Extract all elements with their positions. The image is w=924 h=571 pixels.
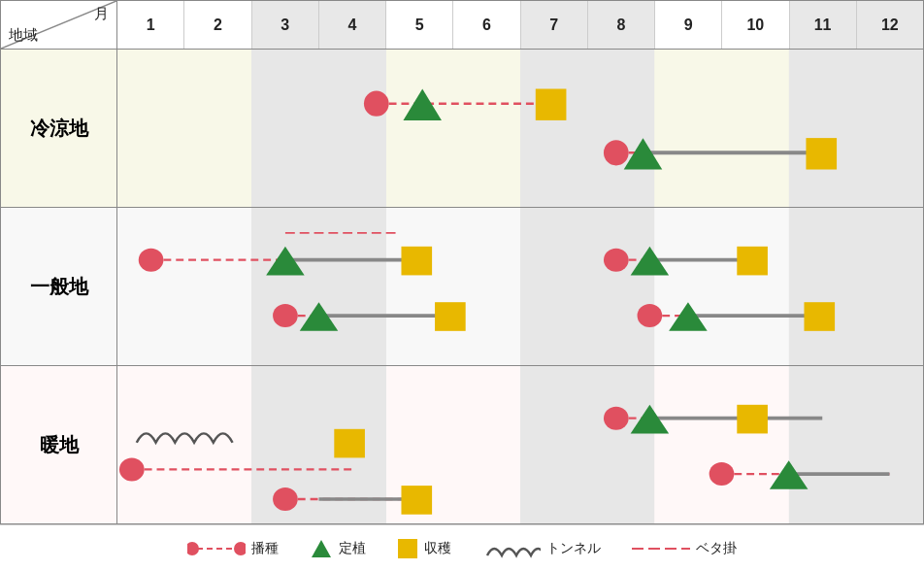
sowing-symbol [187,539,246,558]
svg-rect-2 [520,50,654,207]
month-3: 3 [252,1,319,49]
svg-point-54 [710,462,735,486]
chart-area: 月 地域 冷涼地 一般地 暖地 1 2 3 4 5 6 7 8 9 10 11 … [0,0,924,524]
svg-rect-26 [435,302,466,331]
row-warm-svg [117,366,923,523]
month-8: 8 [588,1,655,49]
region-label: 地域 [9,26,38,45]
svg-point-58 [234,542,246,555]
month-10: 10 [722,1,789,49]
region-header: 月 地域 [1,1,116,50]
month-9: 9 [655,1,722,49]
svg-rect-51 [737,405,768,434]
svg-rect-31 [737,247,768,276]
cover-symbol [632,539,690,558]
month-5: 5 [386,1,453,49]
legend-sowing-label: 播種 [251,540,279,557]
svg-point-19 [139,249,164,272]
planting-symbol [310,538,333,559]
legend-cover-label: ベタ掛 [696,540,737,557]
legend-planting-label: 定植 [339,540,366,557]
row-cool [117,50,923,208]
svg-rect-36 [804,302,835,331]
row-general [117,208,923,366]
legend-tunnel: トンネル [482,538,601,559]
month-2: 2 [184,1,251,49]
rows-area [117,50,923,523]
svg-point-57 [187,542,199,555]
svg-rect-1 [251,50,385,207]
svg-rect-60 [398,539,417,558]
row-cool-svg [117,50,923,207]
tunnel-symbol [482,538,541,559]
legend-harvest: 収穫 [397,538,451,559]
svg-rect-3 [789,50,923,207]
svg-point-34 [638,304,663,327]
svg-rect-15 [789,208,923,365]
svg-rect-6 [536,89,567,120]
svg-point-29 [604,249,629,272]
svg-rect-38 [520,366,654,523]
svg-point-10 [604,140,629,165]
svg-rect-21 [401,247,432,276]
legend-sowing: 播種 [187,539,279,558]
legend-harvest-label: 収穫 [424,540,451,557]
legend: 播種 定植 収穫 トンネル ベタ掛 [0,524,924,571]
months-header: 1 2 3 4 5 6 7 8 9 10 11 12 [117,1,923,50]
month-6: 6 [453,1,520,49]
svg-rect-46 [401,486,432,515]
svg-point-42 [119,457,145,481]
months-area: 1 2 3 4 5 6 7 8 9 10 11 12 [117,1,923,523]
month-12: 12 [857,1,923,49]
month-4: 4 [319,1,386,49]
svg-marker-59 [312,540,331,557]
region-cell-general: 一般地 [1,208,116,366]
region-cell-cool: 冷涼地 [1,50,116,208]
region-column: 月 地域 冷涼地 一般地 暖地 [1,1,117,523]
month-label: 月 [94,5,109,23]
legend-tunnel-label: トンネル [546,540,601,557]
row-general-svg [117,208,923,365]
svg-rect-40 [334,429,365,458]
svg-rect-14 [520,208,654,365]
legend-planting: 定植 [310,538,366,559]
month-1: 1 [117,1,184,49]
svg-point-45 [273,487,298,511]
main-wrapper: 月 地域 冷涼地 一般地 暖地 1 2 3 4 5 6 7 8 9 10 11 … [0,0,924,571]
svg-point-49 [604,407,629,430]
row-warm [117,366,923,523]
svg-point-7 [364,91,389,117]
month-7: 7 [521,1,588,49]
svg-rect-39 [789,366,923,523]
month-11: 11 [790,1,857,49]
region-cell-warm: 暖地 [1,366,116,523]
svg-rect-13 [251,208,385,365]
legend-cover: ベタ掛 [632,539,737,558]
harvest-symbol [397,538,418,559]
svg-point-24 [273,304,298,327]
svg-rect-12 [806,138,837,169]
